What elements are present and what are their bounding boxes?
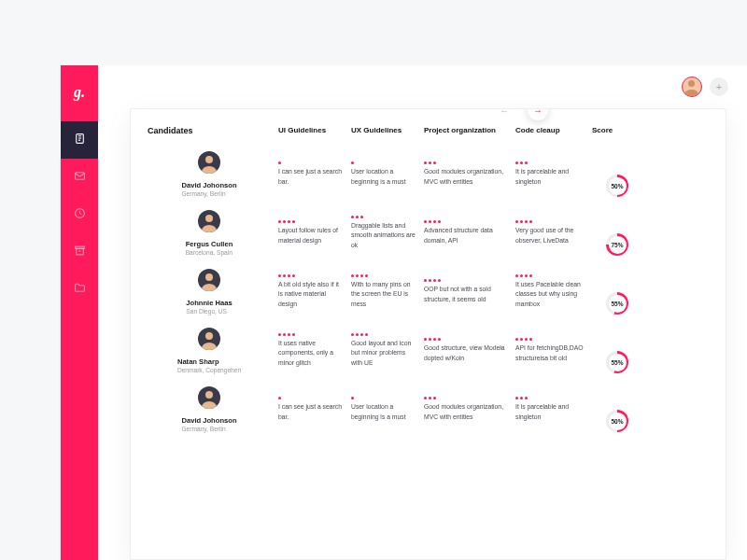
candidate-avatar [198,269,220,291]
user-avatar-button[interactable] [682,77,702,97]
candidates-card: ← → CandidatesUI GuidelinesUX Guidelines… [130,108,726,560]
criteria-note: I can see just a search bar. [278,167,344,186]
rating-dots [424,397,508,399]
criteria-cell-po: Good structure, view Modeła dopted w/Koi… [424,321,508,380]
criteria-note: OOP but not with a sold structure, it se… [424,285,508,303]
column-header-po: Project organization [424,126,508,135]
sidebar: g. [61,65,98,560]
rating-dots [515,338,585,341]
criteria-cell-ux: User location a beginning is a must [351,380,416,439]
candidate-avatar [198,386,220,409]
criteria-cell-po: Good modules organization, MVC with enti… [424,380,508,439]
candidate-name: Fergus Cullen [186,240,233,248]
note-icon [74,132,86,148]
rating-dots [351,216,416,218]
criteria-cell-cc: Very good use of the observer, LiveData [515,203,585,262]
candidate-location: San Diego, US [186,308,232,315]
candidate-cell[interactable]: Natan SharpDenmark, Copengehen [148,321,271,380]
score-ring: 75% [606,233,628,256]
criteria-note: It is parcelable and singleton [515,402,585,421]
nav-tasks[interactable] [61,121,98,159]
rating-dots [424,161,508,164]
rating-dots [424,279,508,282]
score-cell: 50% [592,380,646,439]
score-value: 75% [606,233,628,256]
criteria-cell-po: Advanced structure data domain, API [424,203,508,262]
score-ring: 55% [606,351,628,373]
app-window: g. [61,65,747,560]
clock-icon [74,206,86,223]
rating-dots [278,274,344,277]
criteria-cell-cc: It is parcelable and singleton [515,145,585,203]
candidate-cell[interactable]: David JohonsonGermany, Berlin [148,145,271,203]
candidate-location: Germany, Berlin [181,190,236,197]
criteria-cell-cc: It is parcelable and singleton [515,380,585,439]
score-cell: 55% [592,262,646,321]
candidate-cell[interactable]: Fergus CullenBarcelona, Spain [148,203,271,262]
candidate-avatar [198,210,220,232]
candidate-cell[interactable]: David JohonsonGermany, Berlin [148,380,271,439]
criteria-cell-ux: User location a beginning is a must [351,145,416,203]
score-ring: 50% [606,410,628,432]
column-header-ui: UI Guidelines [278,126,344,135]
score-ring: 55% [606,292,628,315]
column-header-candidate: Candidates [148,126,271,135]
criteria-cell-ux: With to many pins on the screen the EU i… [351,262,416,321]
criteria-cell-ui: A bit old style also if it is native mat… [278,262,344,321]
topbar: + [98,65,747,108]
nav-folder[interactable] [61,271,98,308]
svg-rect-4 [76,248,83,255]
candidate-cell[interactable]: Johnnie HaasSan Diego, US [148,262,271,321]
criteria-note: It uses Pacelable clean classes but why … [515,280,585,309]
rating-dots [515,274,585,277]
main-panel: + ← → CandidatesUI GuidelinesUX Guidelin… [98,65,747,560]
column-pager: ← → [500,108,548,120]
rating-dots [278,220,344,223]
criteria-note: Advanced structure data domain, API [424,226,508,245]
candidate-name: Johnnie Haas [186,299,232,307]
criteria-note: It is parcelable and singleton [515,167,585,186]
rating-dots [424,338,508,341]
criteria-cell-ui: It uses native components, only a minor … [278,321,344,380]
candidate-location: Germany, Berlin [181,426,236,432]
criteria-note: API for fetchingDB,DAO structureisa bit … [515,343,585,362]
candidate-name: Natan Sharp [177,357,241,366]
archive-icon [74,244,86,260]
candidate-location: Barcelona, Spain [186,249,233,256]
criteria-note: With to many pins on the screen the EU i… [351,280,416,309]
criteria-cell-cc: API for fetchingDB,DAO structureisa bit … [515,321,585,380]
score-cell: 55% [592,321,646,380]
nav-mail[interactable] [61,159,98,196]
rating-dots [351,161,416,164]
rating-dots [515,397,585,399]
score-value: 55% [606,351,628,373]
score-ring: 50% [606,175,628,197]
mail-icon [74,169,86,186]
criteria-cell-po: Good modules organization, MVC with enti… [424,145,508,203]
column-header-score: Score [592,126,646,135]
nav-clock[interactable] [61,196,98,233]
criteria-note: User location a beginning is a must [351,167,416,186]
criteria-cell-po: OOP but not with a sold structure, it se… [424,262,508,321]
criteria-note: A bit old style also if it is native mat… [278,280,344,309]
next-arrow-button[interactable]: → [528,108,548,120]
criteria-cell-cc: It uses Pacelable clean classes but why … [515,262,585,321]
criteria-note: Good layout and icon but minor problems … [351,339,416,368]
nav-archive[interactable] [61,233,98,271]
score-cell: 75% [592,203,646,262]
criteria-note: I can see just a search bar. [278,402,344,421]
criteria-note: Good modules organization, MVC with enti… [424,402,508,421]
rating-dots [351,333,416,336]
rating-dots [424,220,508,223]
rating-dots [278,161,344,164]
prev-arrow-icon[interactable]: ← [500,108,509,116]
candidate-avatar [198,328,220,350]
score-value: 50% [606,410,628,432]
column-header-ux: UX Guidelines [351,126,416,135]
score-cell: 50% [592,145,646,203]
rating-dots [278,397,344,399]
candidates-table: CandidatesUI GuidelinesUX GuidelinesProj… [131,109,726,448]
add-user-button[interactable]: + [710,77,728,96]
criteria-note: It uses native components, only a minor … [278,339,344,368]
criteria-cell-ux: Good layout and icon but minor problems … [351,321,416,380]
